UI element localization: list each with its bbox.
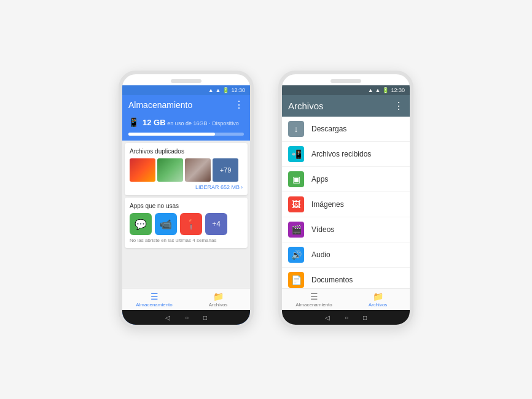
unused-app-more[interactable]: +4 xyxy=(205,213,227,235)
recent-button-1[interactable]: □ xyxy=(203,314,207,321)
file-label-imagenes: Imágenes xyxy=(311,200,344,209)
recent-button-2[interactable]: □ xyxy=(363,314,367,321)
nav2-icon-storage: ☰ xyxy=(310,292,318,301)
duplicates-card: Archivos duplicados +79 LIBERAR 652 MB › xyxy=(125,143,248,195)
unused-app-2[interactable]: 📹 xyxy=(155,213,177,235)
unused-app-icons: 💬 📹 📍 +4 xyxy=(130,213,243,235)
file-item-imagenes[interactable]: 🖼 Imágenes xyxy=(282,192,410,217)
storage-bar-wrap xyxy=(122,133,250,141)
file-item-audio[interactable]: 🔊 Audio xyxy=(282,242,410,268)
time-1: 12:30 xyxy=(231,87,245,93)
file-label-recibidos: Archivos recibidos xyxy=(311,150,371,158)
file-item-recibidos[interactable]: 📲 Archivos recibidos xyxy=(282,142,410,167)
storage-label: en uso de 16GB xyxy=(167,120,207,126)
status-bar-1: ▲ ▲ 🔋 12:30 xyxy=(122,85,250,95)
liberar-label: LIBERAR 652 MB xyxy=(195,184,240,190)
system-nav-1: ◁ ○ □ xyxy=(122,310,250,325)
device-icon: 📱 xyxy=(128,117,139,127)
unused-app-3[interactable]: 📍 xyxy=(180,213,202,235)
storage-size: 12 GB xyxy=(143,118,166,127)
home-button-1[interactable]: ○ xyxy=(185,314,189,321)
more-menu-icon-2[interactable]: ⋮ xyxy=(394,100,404,112)
dup-image-more[interactable]: +79 xyxy=(213,158,238,182)
dup-image-3[interactable] xyxy=(185,158,211,182)
unused-apps-card: Apps que no usas 💬 📹 📍 +4 No las abriste… xyxy=(125,198,248,248)
app-header-2: Archivos ⋮ xyxy=(282,95,410,117)
phone-notch-2 xyxy=(331,79,361,83)
nav-item-archivos-2[interactable]: 📁 Archivos xyxy=(346,289,410,310)
back-button-1[interactable]: ◁ xyxy=(165,314,170,321)
liberar-arrow: › xyxy=(241,184,243,190)
nav2-label-storage: Almacenamiento xyxy=(295,302,332,308)
liberar-link[interactable]: LIBERAR 652 MB › xyxy=(130,184,243,190)
nav-label-storage: Almacenamiento xyxy=(136,302,173,308)
storage-device-label: Dispositivo xyxy=(212,120,239,126)
system-nav-2: ◁ ○ □ xyxy=(282,310,410,325)
battery-icon-2: 🔋 xyxy=(382,87,389,93)
files-list: ↓ Descargas 📲 Archivos recibidos ▣ Apps … xyxy=(282,117,410,288)
phone-1: ▲ ▲ 🔋 12:30 Almacenamiento ⋮ 📱 12 GB en … xyxy=(119,71,254,328)
battery-icon: 🔋 xyxy=(222,87,229,93)
wifi-icon-2: ▲ xyxy=(375,87,381,93)
phone-2-screen: ▲ ▲ 🔋 12:30 Archivos ⋮ ↓ Descargas 📲 Arc… xyxy=(282,85,410,325)
file-icon-apps: ▣ xyxy=(288,171,304,187)
dup-image-1[interactable] xyxy=(130,158,155,182)
file-item-descargas[interactable]: ↓ Descargas xyxy=(282,117,410,142)
file-icon-descargas: ↓ xyxy=(288,121,304,137)
storage-bar-bg xyxy=(128,133,244,136)
storage-info: 📱 12 GB en uso de 16GB · Dispositivo xyxy=(122,114,250,133)
file-item-videos[interactable]: 🎬 Vídeos xyxy=(282,217,410,242)
file-label-videos: Vídeos xyxy=(311,225,334,234)
app-title-1: Almacenamiento xyxy=(128,100,192,110)
file-icon-recibidos: 📲 xyxy=(288,146,304,162)
bottom-nav-1: ☰ Almacenamiento 📁 Archivos xyxy=(122,288,250,310)
dup-image-2[interactable] xyxy=(157,158,183,182)
more-menu-icon-1[interactable]: ⋮ xyxy=(234,99,244,110)
file-label-audio: Audio xyxy=(311,250,331,259)
signal-icon: ▲ xyxy=(208,87,214,93)
duplicate-images: +79 xyxy=(130,158,243,182)
app-title-2: Archivos xyxy=(288,101,324,111)
file-icon-documentos: 📄 xyxy=(288,272,304,288)
wifi-icon: ▲ xyxy=(216,87,221,93)
app-header-1: Almacenamiento ⋮ xyxy=(122,95,250,114)
file-item-apps[interactable]: ▣ Apps xyxy=(282,167,410,192)
nav2-label-files: Archivos xyxy=(369,302,388,308)
nav-icon-storage: ☰ xyxy=(151,292,158,301)
nav-item-archivos-1[interactable]: 📁 Archivos xyxy=(186,289,250,310)
file-item-documentos[interactable]: 📄 Documentos xyxy=(282,268,410,288)
phone-2: ▲ ▲ 🔋 12:30 Archivos ⋮ ↓ Descargas 📲 Arc… xyxy=(278,71,413,328)
nav-item-almacenamiento-2[interactable]: ☰ Almacenamiento xyxy=(282,289,346,310)
file-icon-imagenes: 🖼 xyxy=(288,196,304,212)
nav-icon-files-1: 📁 xyxy=(213,292,224,301)
content-area-1: Archivos duplicados +79 LIBERAR 652 MB ›… xyxy=(122,141,250,288)
file-label-documentos: Documentos xyxy=(311,276,353,284)
unused-note: No las abriste en las últimas 4 semanas xyxy=(130,238,243,243)
unused-app-1[interactable]: 💬 xyxy=(130,213,152,235)
phone-1-screen: ▲ ▲ 🔋 12:30 Almacenamiento ⋮ 📱 12 GB en … xyxy=(122,85,250,325)
nav-label-files-1: Archivos xyxy=(209,302,228,308)
signal-icon-2: ▲ xyxy=(368,87,374,93)
file-label-descargas: Descargas xyxy=(311,125,346,133)
status-bar-2: ▲ ▲ 🔋 12:30 xyxy=(282,85,410,95)
back-button-2[interactable]: ◁ xyxy=(325,314,330,321)
time-2: 12:30 xyxy=(391,87,405,93)
home-button-2[interactable]: ○ xyxy=(345,314,348,321)
storage-bar-fill xyxy=(128,133,215,136)
phone-notch xyxy=(171,79,201,83)
file-icon-audio: 🔊 xyxy=(288,247,304,263)
duplicates-title: Archivos duplicados xyxy=(130,148,243,155)
unused-apps-title: Apps que no usas xyxy=(130,203,243,209)
nav-item-almacenamiento-1[interactable]: ☰ Almacenamiento xyxy=(122,289,186,310)
file-icon-videos: 🎬 xyxy=(288,222,304,238)
nav2-icon-files: 📁 xyxy=(373,292,383,301)
file-label-apps: Apps xyxy=(311,175,328,184)
bottom-nav-2: ☰ Almacenamiento 📁 Archivos xyxy=(282,288,410,310)
